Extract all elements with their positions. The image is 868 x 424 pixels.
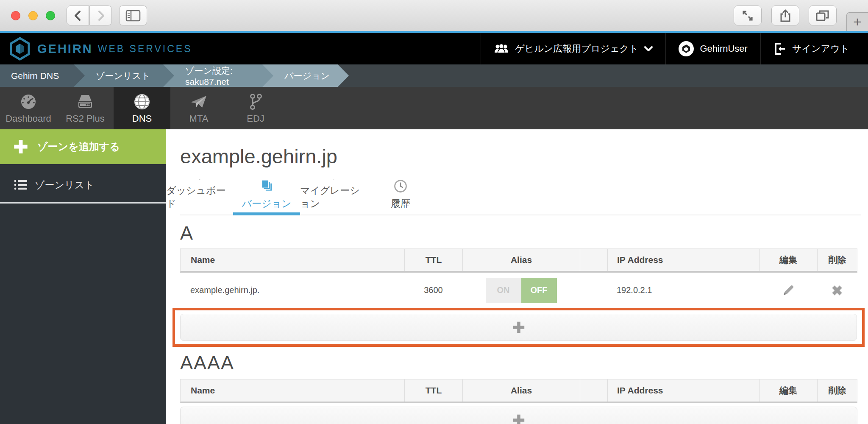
aaaa-record-table: Name TTL Alias IP Address 編集 削除 bbox=[180, 379, 857, 403]
column-header-spacer bbox=[580, 379, 608, 402]
column-header-alias: Alias bbox=[463, 379, 580, 402]
sidebar: ゾーンを追加する ゾーンリスト bbox=[0, 129, 166, 424]
add-zone-button[interactable]: ゾーンを追加する bbox=[0, 129, 166, 164]
tab-label: 履歴 bbox=[391, 197, 410, 210]
column-header-ip: IP Address bbox=[608, 249, 760, 271]
zone-tabs-bar: ダッシュボード バージョン bbox=[180, 179, 861, 215]
breadcrumb-version[interactable]: バージョン bbox=[262, 64, 349, 87]
add-aaaa-record-button[interactable] bbox=[180, 407, 857, 424]
globe-icon bbox=[133, 92, 151, 111]
nav-label: RS2 Plus bbox=[66, 113, 105, 124]
people-icon bbox=[494, 43, 509, 54]
add-a-record-button[interactable] bbox=[180, 314, 857, 341]
plus-icon bbox=[13, 139, 29, 155]
fullscreen-button[interactable] bbox=[734, 6, 762, 25]
column-header-ttl: TTL bbox=[405, 379, 463, 402]
column-header-ip: IP Address bbox=[608, 379, 760, 402]
table-header-row: Name TTL Alias IP Address 編集 削除 bbox=[180, 248, 857, 273]
migration-timer-icon bbox=[323, 179, 344, 180]
alias-on-button[interactable]: ON bbox=[486, 278, 521, 303]
fullscreen-icon bbox=[741, 9, 754, 22]
nav-item-rs2-plus[interactable]: RS2 Plus bbox=[57, 87, 114, 129]
forward-button[interactable] bbox=[89, 6, 112, 25]
add-zone-label: ゾーンを追加する bbox=[37, 140, 120, 153]
gehirn-logo[interactable]: GEHIRN WEB SERVICES bbox=[0, 33, 192, 64]
user-avatar bbox=[679, 41, 694, 56]
project-selector[interactable]: ゲヒルン広報用プロジェクト bbox=[481, 33, 665, 64]
browser-toolbar: + bbox=[0, 0, 868, 31]
record-ttl: 3600 bbox=[404, 273, 462, 308]
window-controls bbox=[11, 11, 55, 20]
close-window-button[interactable] bbox=[11, 11, 20, 20]
tabs-icon bbox=[815, 9, 830, 22]
services-nav: Dashboard RS2 Plus DNS MTA bbox=[0, 87, 868, 129]
nav-label: DNS bbox=[132, 113, 152, 124]
column-header-delete: 削除 bbox=[818, 249, 857, 271]
new-tab-button[interactable]: + bbox=[846, 12, 868, 31]
column-header-delete: 削除 bbox=[818, 379, 857, 402]
alias-off-button[interactable]: OFF bbox=[521, 278, 557, 303]
gehirn-hexagon-icon bbox=[9, 37, 31, 61]
highlighted-add-record-area bbox=[172, 308, 865, 347]
project-name: ゲヒルン広報用プロジェクト bbox=[515, 42, 638, 55]
column-header-edit: 編集 bbox=[760, 249, 818, 271]
plus-icon bbox=[512, 321, 526, 334]
list-icon bbox=[14, 179, 27, 191]
nav-item-dns[interactable]: DNS bbox=[114, 87, 170, 129]
nav-item-dashboard[interactable]: Dashboard bbox=[0, 87, 57, 129]
share-button[interactable] bbox=[771, 6, 799, 25]
tab-label: バージョン bbox=[242, 197, 291, 210]
share-icon bbox=[779, 9, 792, 22]
brand-suffix: WEB SERVICES bbox=[98, 43, 192, 55]
chevron-right-icon bbox=[95, 10, 107, 22]
edit-pencil-icon[interactable] bbox=[782, 284, 795, 297]
tab-migration[interactable]: マイグレーション bbox=[300, 179, 367, 215]
header-menu: ゲヒルン広報用プロジェクト GehirnUser サインアウト bbox=[481, 33, 868, 64]
breadcrumb: Gehirn DNS ゾーンリスト ゾーン設定: saku87.net バージョ… bbox=[0, 64, 868, 87]
nav-item-edj[interactable]: EDJ bbox=[227, 87, 284, 129]
user-menu[interactable]: GehirnUser bbox=[665, 33, 760, 64]
nav-label: EDJ bbox=[247, 113, 264, 124]
table-header-row: Name TTL Alias IP Address 編集 削除 bbox=[180, 379, 857, 403]
delete-x-icon[interactable] bbox=[830, 283, 844, 298]
gauge-icon bbox=[189, 179, 210, 180]
a-record-table: Name TTL Alias IP Address 編集 削除 example.… bbox=[180, 248, 857, 308]
back-button[interactable] bbox=[67, 6, 89, 25]
tab-history[interactable]: 履歴 bbox=[367, 179, 434, 215]
tab-version[interactable]: バージョン bbox=[233, 179, 300, 215]
signout-icon bbox=[773, 42, 786, 56]
gauge-icon bbox=[19, 92, 38, 111]
sidebar-icon bbox=[125, 9, 141, 22]
layers-icon bbox=[256, 179, 277, 193]
sidebar-item-zone-list[interactable]: ゾーンリスト bbox=[0, 169, 166, 201]
column-header-ttl: TTL bbox=[405, 249, 463, 271]
brand-name: GEHIRN bbox=[37, 42, 93, 56]
tab-label: マイグレーション bbox=[300, 184, 367, 210]
git-branch-icon bbox=[246, 92, 265, 111]
nav-label: MTA bbox=[189, 113, 209, 124]
breadcrumb-zone-list[interactable]: ゾーンリスト bbox=[74, 64, 174, 87]
column-header-edit: 編集 bbox=[760, 379, 818, 402]
column-header-name: Name bbox=[181, 249, 405, 271]
breadcrumb-zone-settings[interactable]: ゾーン設定: saku87.net bbox=[163, 64, 273, 87]
tab-overview-button[interactable] bbox=[809, 6, 837, 25]
record-type-heading-a: A bbox=[180, 222, 868, 244]
zoom-window-button[interactable] bbox=[46, 11, 55, 20]
user-name: GehirnUser bbox=[700, 43, 747, 54]
column-header-alias: Alias bbox=[463, 249, 580, 271]
plus-icon bbox=[512, 413, 526, 424]
breadcrumb-gehirn-dns[interactable]: Gehirn DNS bbox=[0, 64, 85, 87]
chevron-down-icon bbox=[644, 46, 653, 52]
zone-title: example.gehirn.jp bbox=[180, 145, 868, 168]
paper-plane-icon bbox=[189, 92, 208, 111]
tab-dashboard[interactable]: ダッシュボード bbox=[166, 179, 233, 215]
tab-label: ダッシュボード bbox=[166, 184, 233, 210]
nav-item-mta[interactable]: MTA bbox=[170, 87, 227, 129]
main-content: example.gehirn.jp ダッシュボード バージョン bbox=[166, 129, 868, 424]
signout-label: サインアウト bbox=[792, 42, 849, 55]
server-icon bbox=[76, 92, 95, 111]
minimize-window-button[interactable] bbox=[28, 11, 38, 20]
table-row: example.gehirn.jp. 3600 ON OFF 192.0.2.1 bbox=[180, 273, 857, 308]
sidebar-toggle-button[interactable] bbox=[119, 6, 147, 25]
signout-button[interactable]: サインアウト bbox=[760, 33, 868, 64]
